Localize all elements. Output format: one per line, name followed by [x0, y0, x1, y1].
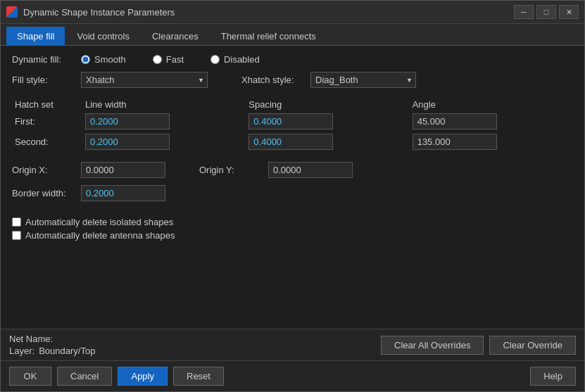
dynamic-fill-label: Dynamic fill: — [12, 54, 75, 65]
second-label: Second: — [12, 132, 82, 152]
first-spacing-input[interactable] — [249, 113, 333, 129]
first-label: First: — [12, 111, 82, 132]
layer-label: Layer: — [9, 346, 34, 356]
clear-override-button[interactable]: Clear Override — [489, 336, 576, 355]
fill-style-select-wrapper: Xhatch Smooth None — [81, 72, 208, 88]
tab-bar: Shape fill Void controls Clearances Ther… — [1, 24, 584, 46]
hatch-set-section: Hatch set Line width Spacing Angle First… — [12, 98, 573, 152]
net-name-row: Net Name: — [9, 334, 95, 344]
origin-y-label: Origin Y: — [199, 165, 263, 175]
spacing-header: Spacing — [246, 98, 409, 111]
fast-radio[interactable] — [153, 55, 162, 64]
fill-style-select[interactable]: Xhatch Smooth None — [81, 72, 208, 88]
hatch-set-header: Hatch set — [12, 98, 82, 111]
second-angle-input[interactable] — [413, 134, 497, 150]
table-row: Second: — [12, 132, 573, 152]
first-angle-input[interactable] — [413, 113, 497, 129]
net-info-left: Net Name: Layer: Boundary/Top — [9, 334, 95, 356]
override-buttons: Clear All Overrides Clear Override — [381, 336, 576, 355]
smooth-radio[interactable] — [81, 55, 90, 64]
origin-y-input[interactable] — [268, 162, 353, 178]
action-buttons-row: OK Cancel Apply Reset Help — [1, 360, 584, 391]
first-angle-cell — [410, 111, 573, 132]
first-line-width-cell — [82, 111, 246, 132]
tab-clearances[interactable]: Clearances — [141, 27, 209, 45]
title-bar: Dynamic Shape Instance Parameters ─ □ ✕ — [1, 1, 584, 24]
window-title: Dynamic Shape Instance Parameters — [23, 7, 508, 18]
second-line-width-input[interactable] — [85, 134, 170, 150]
second-line-width-cell — [82, 132, 246, 152]
fill-style-row: Fill style: Xhatch Smooth None Xhatch st… — [12, 72, 573, 88]
second-angle-cell — [410, 132, 573, 152]
cancel-button[interactable]: Cancel — [57, 367, 112, 386]
hatch-table: Hatch set Line width Spacing Angle First… — [12, 98, 573, 152]
origin-row: Origin X: Origin Y: — [12, 162, 573, 178]
shape-fill-form: Dynamic fill: Smooth Fast Disabled Fill … — [12, 54, 573, 241]
tab-shape-fill[interactable]: Shape fill — [6, 27, 65, 45]
ok-button[interactable]: OK — [9, 367, 51, 386]
main-window: Dynamic Shape Instance Parameters ─ □ ✕ … — [0, 0, 585, 392]
apply-button[interactable]: Apply — [118, 367, 168, 386]
app-icon — [6, 6, 18, 18]
maximize-button[interactable]: □ — [536, 5, 556, 19]
origin-x-input[interactable] — [81, 162, 165, 178]
xhatch-style-select-wrapper: Diag_Both Diag_45 Diag_135 Horizontal Ve… — [310, 72, 416, 88]
second-spacing-input[interactable] — [249, 134, 333, 150]
smooth-label: Smooth — [94, 54, 126, 65]
fill-style-label: Fill style: — [12, 75, 75, 85]
layer-value: Boundary/Top — [39, 346, 95, 356]
line-width-header: Line width — [82, 98, 246, 111]
second-spacing-cell — [246, 132, 409, 152]
auto-delete-isolated-checkbox[interactable] — [12, 217, 21, 227]
dynamic-fill-disabled: Disabled — [210, 54, 260, 65]
first-line-width-input[interactable] — [85, 113, 170, 129]
border-width-row: Border width: — [12, 185, 573, 201]
auto-delete-antenna-label: Automatically delete antenna shapes — [25, 230, 175, 241]
disabled-radio[interactable] — [210, 55, 220, 64]
tab-void-controls[interactable]: Void controls — [66, 27, 139, 45]
dynamic-fill-row: Dynamic fill: Smooth Fast Disabled — [12, 54, 573, 65]
layer-row: Layer: Boundary/Top — [9, 346, 95, 356]
content-area: Dynamic fill: Smooth Fast Disabled Fill … — [1, 46, 584, 329]
title-bar-controls: ─ □ ✕ — [514, 5, 579, 19]
help-button[interactable]: Help — [530, 367, 576, 386]
bottom-bar: Net Name: Layer: Boundary/Top Clear All … — [1, 329, 584, 360]
auto-delete-isolated-label: Automatically delete isolated shapes — [25, 217, 173, 227]
tab-thermal-relief-connects[interactable]: Thermal relief connects — [210, 27, 327, 45]
disabled-label: Disabled — [224, 54, 260, 65]
dynamic-fill-fast: Fast — [153, 54, 184, 65]
xhatch-style-select[interactable]: Diag_Both Diag_45 Diag_135 Horizontal Ve… — [310, 72, 416, 88]
auto-delete-antenna-row: Automatically delete antenna shapes — [12, 230, 573, 241]
auto-delete-isolated-row: Automatically delete isolated shapes — [12, 217, 573, 227]
fast-label: Fast — [166, 54, 184, 65]
reset-button[interactable]: Reset — [173, 367, 224, 386]
border-width-label: Border width: — [12, 188, 75, 198]
minimize-button[interactable]: ─ — [514, 5, 534, 19]
clear-all-overrides-button[interactable]: Clear All Overrides — [381, 336, 484, 355]
origin-x-label: Origin X: — [12, 165, 75, 175]
table-row: First: — [12, 111, 573, 132]
first-spacing-cell — [246, 111, 409, 132]
border-width-input[interactable] — [81, 185, 165, 201]
angle-header: Angle — [410, 98, 573, 111]
dynamic-fill-smooth: Smooth — [81, 54, 126, 65]
close-button[interactable]: ✕ — [559, 5, 579, 19]
xhatch-style-label: Xhatch style: — [241, 75, 305, 85]
net-info-row: Net Name: Layer: Boundary/Top Clear All … — [9, 334, 576, 356]
net-name-label: Net Name: — [9, 334, 53, 344]
checkboxes-section: Automatically delete isolated shapes Aut… — [12, 214, 573, 241]
auto-delete-antenna-checkbox[interactable] — [12, 231, 21, 240]
